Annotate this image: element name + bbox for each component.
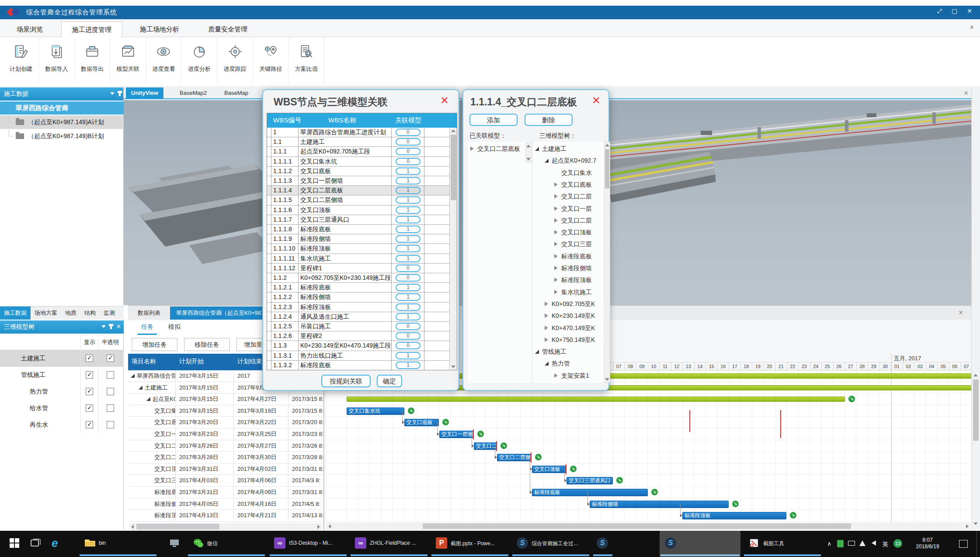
toolbar-progress-track-button[interactable]: 进度跟踪 <box>218 37 253 84</box>
link-by-rule-button[interactable]: 按规则关联 <box>321 375 371 387</box>
close-icon[interactable]: ✕ <box>963 90 969 97</box>
close-icon[interactable]: ✕ <box>440 94 449 107</box>
task-table-row[interactable]: 交叉口顶板2017年3月31日2017年4月02日2017/3/31 8: <box>128 463 324 475</box>
linked-model-count-button[interactable]: 1 <box>396 284 420 291</box>
linked-model-count-button[interactable]: 0 <box>396 158 420 165</box>
menu-tab-2[interactable]: 施工进度管理 <box>61 21 122 38</box>
panel-tab-2[interactable]: 场地方案 <box>31 306 61 320</box>
collapsed-arrow-icon[interactable] <box>554 254 558 258</box>
taskbar-wechat-6-button[interactable]: 微信 <box>187 531 266 557</box>
task-table-row[interactable]: 交叉口二层侧墙2017年3月28日2017年3月30日2017/3/28 8: <box>128 452 324 463</box>
wbs-row[interactable]: 1.1.2.3标准段顶板1 <box>267 303 450 312</box>
panel-tab-1[interactable]: 施工数据 <box>0 306 31 320</box>
restore-icon[interactable]: ⤢ <box>937 7 942 15</box>
expanded-arrow-icon[interactable] <box>545 159 549 163</box>
tray-chevron-icon[interactable]: ∧ <box>827 540 831 547</box>
wbs-row[interactable]: 1.1.2.2标准段侧墙1 <box>267 292 450 302</box>
gantt-task-bar[interactable]: 交叉口顶板 <box>532 466 566 473</box>
task-table-row[interactable]: 交叉口三层通风口2017年4月03日2017年4月06日2017/4/3 8: <box>128 475 324 487</box>
translucent-checkbox[interactable] <box>107 388 114 395</box>
wbs-row[interactable]: 1.1.1起点至K0+092.705施工段0 <box>267 147 450 157</box>
linked-model-count-button[interactable]: 1 <box>396 313 420 320</box>
toolbar-critical-path-button[interactable]: 关键路径 <box>253 37 288 84</box>
progress-marker-icon[interactable]: ↘ <box>732 500 739 508</box>
model-tree-row[interactable]: 再生水 <box>0 417 124 433</box>
progress-marker-icon[interactable]: ↘ <box>789 512 797 519</box>
taskbar-ppt-9-button[interactable]: P截图.pptx - Powe... <box>431 531 509 557</box>
linked-model-count-button[interactable]: 0 <box>396 274 420 282</box>
add-button[interactable]: 添加 <box>469 114 518 126</box>
model-tree-node[interactable]: 交叉口二层 <box>554 217 592 225</box>
ribbon-collapse-icon[interactable]: ∧ <box>970 24 974 30</box>
linked-model-count-button[interactable]: 0 <box>396 332 420 340</box>
show-checkbox[interactable] <box>86 388 93 395</box>
close-icon[interactable]: ✕ <box>958 309 963 316</box>
task-table-row[interactable]: 标准段顶板2017年4月13日2017年4月21日2017/4/13 8: <box>128 510 324 522</box>
linked-model-item[interactable]: 交叉口二层底板 <box>470 145 520 153</box>
taskbar-unity-10-button[interactable]: S综合管廊施工全过... <box>511 531 590 557</box>
gantt-task-bar[interactable]: 交叉口二层侧墙 <box>497 454 532 461</box>
wbs-row[interactable]: 1.1.1.7交叉口三层通风口1 <box>267 215 450 225</box>
taskbar-vs-8-button[interactable]: ∞ZHGL-FieldPlace ... <box>350 531 428 557</box>
plan-tree-item[interactable]: （起点至K0+987.149)A计划 <box>0 115 124 129</box>
scrollbar-thumb[interactable] <box>973 379 979 441</box>
toolbar-plan-compare-button[interactable]: 方案比选 <box>289 37 324 84</box>
linked-model-count-button[interactable]: 1 <box>396 303 420 311</box>
progress-marker-icon[interactable]: ↘ <box>616 477 623 484</box>
expanded-arrow-icon[interactable] <box>545 362 549 366</box>
expanded-arrow-icon[interactable] <box>146 397 150 401</box>
task-table-row[interactable]: 起点至K0+092.705施工段2017年3月15日2017年4月27日2017… <box>128 393 324 405</box>
antivirus-shield-icon[interactable] <box>837 540 844 547</box>
progress-marker-icon[interactable]: ↘ <box>500 442 507 449</box>
model-tree-node[interactable]: K0+092.705至K <box>545 300 595 308</box>
linked-model-count-button[interactable]: 0 <box>396 129 420 136</box>
scroll-down-icon[interactable] <box>526 158 531 160</box>
progress-marker-icon[interactable]: ↘ <box>535 453 542 461</box>
gantt-task-bar[interactable]: 交叉口集水坑 <box>347 407 404 415</box>
gantt-task-bar[interactable]: 交叉口二层底板 <box>474 442 497 450</box>
toolbar-data-import-button[interactable]: 数据导入 <box>39 37 75 84</box>
scrollbar-thumb[interactable] <box>451 135 456 200</box>
task-table-hscrollbar[interactable] <box>129 523 322 530</box>
data-list-tab-1[interactable]: 数据列表 <box>132 306 169 320</box>
menu-tab-1[interactable]: 场景浏览 <box>6 21 53 38</box>
show-checkbox[interactable] <box>86 371 93 379</box>
viewport-tab-basemap2[interactable]: BaseMap2 <box>174 87 212 98</box>
model-tree-row[interactable]: 土建施工 <box>0 350 124 367</box>
taskbar-folder-4-button[interactable]: bin <box>79 531 157 557</box>
model-tree-node[interactable]: K0+750.149至K <box>545 336 595 344</box>
scroll-up-icon[interactable] <box>451 129 455 132</box>
scroll-down-icon[interactable] <box>451 366 455 368</box>
model-tree-node[interactable]: 交叉口二层 <box>554 193 592 201</box>
viewport-tab-unityview[interactable]: UnityView <box>126 87 163 98</box>
taskbar-start-button[interactable] <box>4 531 25 557</box>
linked-model-count-button[interactable]: 1 <box>396 362 420 369</box>
collapsed-arrow-icon[interactable] <box>554 373 558 378</box>
linked-list-scrollbar[interactable] <box>525 143 532 163</box>
scroll-right-icon[interactable] <box>966 524 969 529</box>
progress-marker-icon[interactable]: ↘ <box>442 418 449 426</box>
scroll-down-icon[interactable] <box>973 522 978 525</box>
scroll-up-icon[interactable] <box>605 144 609 146</box>
scroll-up-icon[interactable] <box>973 374 978 376</box>
project-root-node[interactable]: 翠屏西路综合管廊 <box>0 101 124 115</box>
model-tree-row[interactable]: 给水管 <box>0 400 124 417</box>
scrollbar-thumb[interactable] <box>136 524 219 529</box>
translucent-checkbox[interactable] <box>107 421 114 428</box>
model-tree-node[interactable]: 交叉口集水 <box>554 169 592 177</box>
scroll-down-icon[interactable] <box>605 378 609 381</box>
scrollbar-thumb[interactable] <box>605 149 609 188</box>
wbs-row[interactable]: 1.1.1.12里程碑10 <box>267 264 450 273</box>
action-center-icon[interactable] <box>959 540 968 548</box>
collapsed-arrow-icon[interactable] <box>554 290 558 294</box>
model-tree-scrollbar[interactable] <box>604 142 610 383</box>
wbs-row[interactable]: 1.1.3.1热力出线口施工1 <box>267 351 450 361</box>
collapsed-arrow-icon[interactable] <box>545 302 548 306</box>
toolbar-data-export-button[interactable]: 数据导出 <box>75 37 110 84</box>
wbs-row[interactable]: 1.1.2K0+092.705至K0+230.149施工段0 <box>267 273 450 283</box>
wbs-table-scrollbar[interactable] <box>449 128 457 370</box>
button-1[interactable]: 增加任务 <box>132 338 177 351</box>
model-tree-row[interactable]: 热力管 <box>0 383 124 400</box>
viewport-tab-basemap[interactable]: BaseMap <box>219 87 254 98</box>
progress-marker-icon[interactable]: ↘ <box>848 395 855 403</box>
